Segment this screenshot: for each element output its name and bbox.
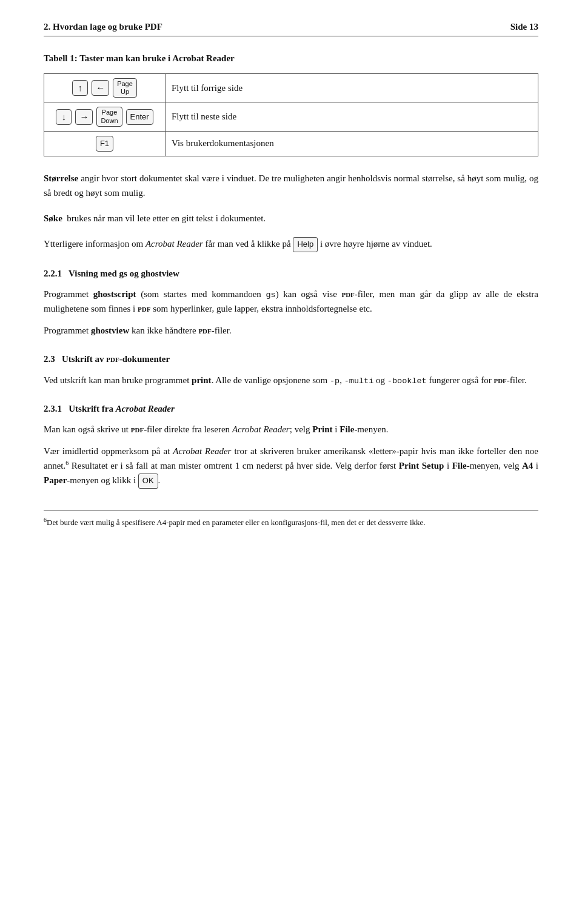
storrelse-label: Størrelse	[44, 173, 78, 183]
section-231-p1: Man kan også skrive ut pdf-filer direkte…	[44, 422, 538, 437]
desc-cell-1: Flytt til forrige side	[166, 74, 538, 102]
section-221-p2: Programmet ghostview kan ikke håndtere p…	[44, 323, 538, 338]
ghostview-bold: ghostview	[91, 326, 129, 335]
header-page: Side 13	[510, 22, 538, 32]
pdf-smallcaps-6: pdf	[131, 424, 144, 434]
gs-code: gs	[266, 290, 275, 300]
table-title-text: Tabell 1: Taster man kan bruke i Acrobat…	[44, 53, 235, 63]
acrobat-reader-italic-3: Acrobat Reader	[232, 424, 290, 434]
footnote-ref-6: 6	[65, 460, 69, 466]
p-code: -p	[330, 377, 340, 386]
acrobat-reader-italic-2: Acrobat Reader	[116, 404, 175, 413]
key-right-arrow: →	[75, 109, 93, 125]
ok-button: OK	[138, 474, 158, 489]
print-setup-bold: Print Setup	[399, 461, 444, 470]
desc-cell-2: Flytt til neste side	[166, 102, 538, 131]
help-button: Help	[293, 237, 318, 252]
desc-text-1: Flytt til forrige side	[172, 83, 242, 93]
ytterligere-section: Ytterligere informasjon om Acrobat Reade…	[44, 236, 538, 252]
pdf-smallcaps-5: pdf	[493, 375, 506, 385]
section-221-heading: 2.2.1 Visning med gs og ghostview	[44, 267, 538, 281]
storrelse-paragraph: Størrelse angir hvor stort dokumentet sk…	[44, 171, 538, 200]
booklet-code: -booklet	[387, 377, 427, 386]
footnote: 6Det burde vært mulig å spesifisere A4-p…	[44, 511, 538, 527]
keys-cell-3: F1	[44, 131, 166, 156]
key-left-arrow: ←	[92, 80, 109, 96]
section-221: 2.2.1 Visning med gs og ghostview Progra…	[44, 267, 538, 338]
ytterligere-paragraph: Ytterligere informasjon om Acrobat Reade…	[44, 236, 538, 252]
table-row: F1 Vis brukerdokumentasjonen	[44, 131, 538, 156]
file-bold: File	[340, 424, 354, 434]
section-231-p2: Vær imidlertid oppmerksom på at Acrobat …	[44, 444, 538, 489]
footnote-text: 6Det burde vært mulig å spesifisere A4-p…	[44, 518, 426, 527]
key-up-arrow: ↑	[72, 80, 88, 96]
print-bold-2: Print	[312, 424, 332, 434]
section-221-p1: Programmet ghostscript (som startes med …	[44, 287, 538, 316]
page: 2. Hvordan lage og bruke PDF Side 13 Tab…	[0, 0, 582, 564]
file-bold-2: File	[452, 461, 467, 470]
acrobat-reader-italic: Acrobat Reader	[146, 239, 203, 249]
pdf-smallcaps-1: pdf	[341, 289, 354, 299]
section-23-heading-text: 2.3 Utskrift av pdf-dokumenter	[44, 354, 170, 364]
keys-row-2: ↓ → PageDown Enter	[50, 107, 159, 126]
paper-bold: Paper	[44, 475, 67, 485]
key-enter: Enter	[126, 109, 153, 125]
a4-bold: A4	[522, 461, 533, 470]
pdf-smallcaps-2: pdf	[138, 304, 150, 313]
header-chapter: 2. Hvordan lage og bruke PDF	[44, 22, 162, 32]
acrobat-reader-italic-4: Acrobat Reader	[173, 446, 231, 456]
keys-row-1: ↑ ← PageUp	[50, 78, 159, 98]
soke-section: Søke brukes når man vil lete etter en gi…	[44, 211, 538, 226]
key-down-arrow: ↓	[56, 109, 72, 125]
pdf-smallcaps-3: pdf	[198, 326, 211, 335]
section-23-heading: 2.3 Utskrift av pdf-dokumenter	[44, 352, 538, 366]
section-23: 2.3 Utskrift av pdf-dokumenter Ved utskr…	[44, 352, 538, 387]
keys-cell-1: ↑ ← PageUp	[44, 74, 166, 102]
soke-paragraph: Søke brukes når man vil lete etter en gi…	[44, 211, 538, 226]
section-221-heading-text: 2.2.1 Visning med gs og ghostview	[44, 269, 179, 278]
key-f1: F1	[96, 136, 113, 152]
desc-cell-3: Vis brukerdokumentasjonen	[166, 131, 538, 156]
print-bold: print	[192, 375, 212, 385]
ghostscript-bold: ghostscript	[93, 289, 136, 299]
section-231-heading-text: 2.3.1 Utskrift fra Acrobat Reader	[44, 404, 175, 413]
key-table: ↑ ← PageUp Flytt til forrige side ↓ → Pa…	[44, 73, 538, 156]
keys-cell-2: ↓ → PageDown Enter	[44, 102, 166, 131]
section-23-p1: Ved utskrift kan man bruke programmet pr…	[44, 373, 538, 388]
desc-text-2: Flytt til neste side	[172, 112, 236, 121]
key-page-down: PageDown	[96, 107, 122, 126]
section-231: 2.3.1 Utskrift fra Acrobat Reader Man ka…	[44, 402, 538, 489]
table-title: Tabell 1: Taster man kan bruke i Acrobat…	[44, 53, 538, 64]
table-row: ↑ ← PageUp Flytt til forrige side	[44, 74, 538, 102]
page-header: 2. Hvordan lage og bruke PDF Side 13	[44, 22, 538, 36]
storrelse-section: Størrelse angir hvor stort dokumentet sk…	[44, 171, 538, 200]
key-page-up: PageUp	[113, 78, 137, 98]
multi-code: -multi	[344, 377, 374, 386]
section-231-heading: 2.3.1 Utskrift fra Acrobat Reader	[44, 402, 538, 416]
desc-text-3: Vis brukerdokumentasjonen	[172, 138, 274, 148]
footnote-num: 6	[44, 516, 47, 523]
table-row: ↓ → PageDown Enter Flytt til neste side	[44, 102, 538, 131]
soke-label: Søke	[44, 213, 62, 223]
keys-row-3: F1	[50, 136, 159, 152]
pdf-smallcaps-4: pdf	[106, 354, 119, 364]
